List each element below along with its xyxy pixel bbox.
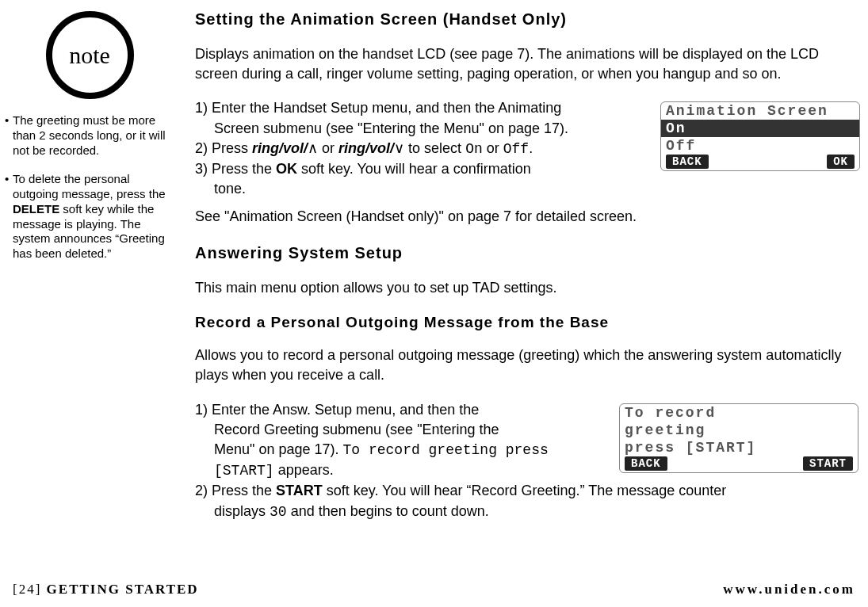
lcd-line: press [START] — [620, 439, 858, 456]
footer-url: www.uniden.com — [723, 582, 855, 597]
step-continuation: displays 30 and then begins to count dow… — [195, 502, 860, 522]
footer-left: [24] GETTING STARTED — [13, 582, 199, 597]
lcd-softkey-ok: OK — [827, 155, 855, 169]
section-title-answering: Answering System Setup — [195, 242, 860, 264]
side-note: •The greeting must be more than 2 second… — [3, 113, 176, 158]
note-badge-icon: note — [46, 11, 134, 99]
paragraph: This main menu option allows you to set … — [195, 278, 860, 298]
sidebar-notes: note •The greeting must be more than 2 s… — [3, 8, 176, 571]
page-footer: [24] GETTING STARTED www.uniden.com — [0, 582, 868, 597]
main-content: Setting the Animation Screen (Handset On… — [176, 8, 860, 571]
lcd-softkey-back: BACK — [625, 456, 667, 471]
section-title-animation: Setting the Animation Screen (Handset On… — [195, 8, 860, 30]
side-note-text: To delete the personal outgoing message,… — [13, 172, 171, 262]
footer-section: GETTING STARTED — [41, 582, 198, 597]
lcd-option: Off — [661, 137, 859, 155]
note-badge-text: note — [69, 40, 110, 71]
lcd-softkey-start: START — [803, 456, 853, 471]
page-number: [24] — [13, 582, 41, 597]
lcd-line: greeting — [620, 422, 858, 439]
side-note-text: The greeting must be more than 2 seconds… — [13, 113, 171, 158]
lcd-option-selected: On — [661, 120, 859, 137]
lcd-animation-screen: Animation Screen On Off BACK OK — [660, 101, 860, 171]
lcd-softkey-back: BACK — [666, 155, 709, 169]
paragraph: Allows you to record a personal outgoing… — [195, 345, 860, 385]
lcd-record-greeting: To record greeting press [START] BACK ST… — [619, 403, 858, 473]
lcd-line: To record — [620, 404, 858, 422]
lcd-title: Animation Screen — [661, 102, 859, 120]
side-note: •To delete the personal outgoing message… — [3, 172, 176, 262]
subsection-title-record: Record a Personal Outgoing Message from … — [195, 312, 860, 334]
step: 2) Press the START soft key. You will he… — [195, 481, 860, 501]
paragraph: See "Animation Screen (Handset only)" on… — [195, 207, 860, 227]
step-continuation: tone. — [195, 179, 860, 199]
paragraph: Displays animation on the handset LCD (s… — [195, 44, 860, 84]
